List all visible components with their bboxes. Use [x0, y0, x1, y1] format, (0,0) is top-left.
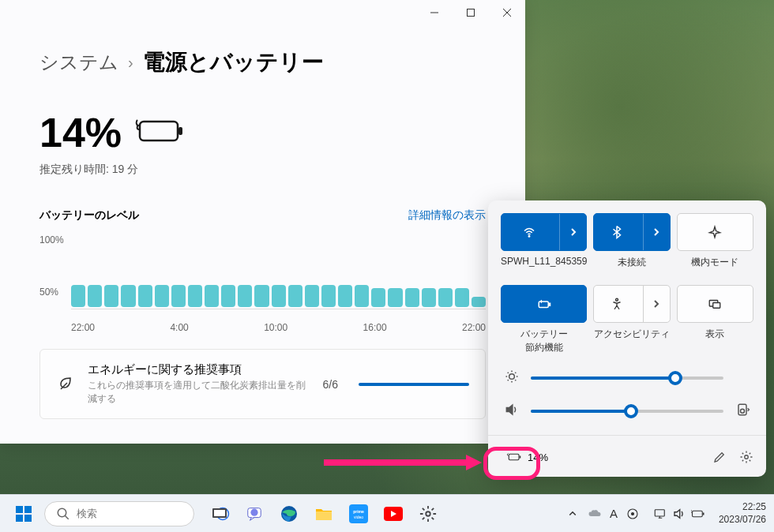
date-value: 2023/07/26 [719, 514, 766, 526]
svg-point-39 [631, 512, 633, 515]
overflow-icon[interactable] [565, 507, 580, 521]
x-axis-label: 22:00 [462, 322, 486, 333]
svg-point-17 [745, 455, 749, 459]
battery-chart-section: バッテリーのレベル 詳細情報の表示 100% 50% 22:00 4:00 10… [39, 208, 486, 333]
battery-low-icon [133, 117, 184, 148]
chart-bar [321, 285, 336, 307]
chart-bar [272, 285, 286, 307]
svg-point-6 [528, 236, 530, 238]
bluetooth-toggle[interactable] [593, 213, 670, 251]
volume-icon [672, 507, 686, 521]
svg-point-9 [616, 298, 618, 301]
svg-point-12 [509, 374, 515, 380]
chart-bar [305, 285, 319, 307]
energy-recommendations-card[interactable]: エネルギーに関する推奨事項 これらの推奨事項を適用して二酸化炭素排出量を削減する… [39, 349, 486, 419]
energy-card-count: 6/6 [323, 378, 338, 391]
wifi-toggle[interactable] [501, 213, 587, 251]
accessibility-toggle[interactable] [593, 285, 670, 323]
gear-icon[interactable] [739, 450, 753, 464]
audio-output-icon[interactable] [735, 402, 750, 421]
svg-rect-20 [16, 506, 23, 513]
chart-bar [338, 285, 352, 307]
chart-title: バッテリーのレベル [39, 208, 139, 223]
svg-rect-33 [349, 504, 368, 523]
chart-bar [254, 285, 269, 307]
bluetooth-icon [610, 225, 624, 239]
airplane-icon [708, 225, 722, 239]
youtube-button[interactable] [378, 498, 409, 530]
project-toggle[interactable] [677, 285, 753, 323]
brightness-icon [504, 369, 520, 388]
search-box[interactable] [44, 501, 194, 526]
quick-settings-panel: SPWH_L11_845359 未接続 機内モード バッテリー 節約機能 [488, 200, 766, 477]
system-tray[interactable] [648, 503, 711, 525]
project-icon [708, 297, 722, 311]
y-axis-label: 50% [39, 287, 64, 298]
x-axis-label: 4:00 [170, 322, 188, 333]
airplane-mode-toggle[interactable] [677, 213, 753, 251]
battery-level-display: 14% [39, 109, 486, 156]
airplane-label: 機内モード [677, 256, 753, 269]
explorer-button[interactable] [308, 498, 340, 530]
svg-line-25 [65, 515, 69, 519]
chart-bar [221, 285, 235, 307]
bluetooth-label: 未接続 [593, 256, 670, 269]
chart-bar [88, 285, 102, 307]
network-icon [653, 507, 667, 521]
chevron-right-icon[interactable] [559, 214, 586, 250]
breadcrumb-system[interactable]: システム [39, 50, 118, 75]
qs-battery-status[interactable]: 14% [501, 447, 554, 467]
chart-bar [188, 285, 202, 307]
location-icon[interactable] [626, 507, 640, 521]
svg-rect-8 [549, 303, 550, 305]
wifi-label: SPWH_L11_845359 [501, 256, 587, 267]
search-input[interactable] [77, 508, 209, 519]
battery-percent-value: 14% [39, 109, 122, 156]
onedrive-icon[interactable] [588, 507, 602, 521]
volume-icon [504, 402, 520, 421]
clock[interactable]: 22:25 2023/07/26 [719, 501, 766, 526]
energy-progress-bar [359, 383, 469, 386]
chevron-right-icon[interactable] [643, 214, 670, 250]
brightness-slider[interactable] [531, 377, 723, 380]
taskbar: primevideo A 22:25 2023/07/26 [0, 494, 774, 532]
x-axis-label: 10:00 [264, 322, 287, 333]
svg-point-14 [741, 409, 745, 413]
battery-icon [691, 507, 705, 521]
chart-bar [355, 285, 369, 307]
svg-rect-16 [520, 456, 521, 459]
battery-saver-label: バッテリー 節約機能 [501, 328, 587, 354]
svg-text:prime: prime [353, 509, 364, 514]
battery-saver-toggle[interactable] [501, 285, 587, 323]
chart-bar [121, 285, 135, 307]
accessibility-label: アクセシビリティ [593, 328, 670, 341]
chart-bar [171, 285, 186, 307]
x-axis-label: 22:00 [71, 322, 95, 333]
chart-bar [438, 288, 453, 307]
close-button[interactable] [489, 0, 525, 25]
svg-rect-15 [509, 454, 519, 460]
volume-slider-row [504, 402, 750, 421]
maximize-button[interactable] [453, 0, 489, 25]
prime-video-button[interactable]: primevideo [343, 498, 374, 530]
volume-slider[interactable] [531, 410, 723, 413]
settings-button[interactable] [412, 498, 444, 530]
edge-button[interactable] [273, 498, 305, 530]
svg-rect-28 [214, 510, 225, 516]
svg-rect-23 [24, 515, 32, 522]
chat-button[interactable] [239, 498, 270, 530]
settings-window: システム › 電源とバッテリー 14% 推定残り時間: 19 分 バッテリーのレ… [0, 0, 525, 444]
start-button[interactable] [8, 498, 39, 530]
chevron-right-icon[interactable] [643, 286, 670, 322]
chart-bar [405, 288, 419, 307]
task-view-button[interactable] [204, 498, 235, 530]
brightness-slider-row [504, 369, 750, 388]
minimize-button[interactable] [416, 0, 453, 25]
chart-bar [71, 285, 85, 307]
ime-indicator[interactable]: A [610, 507, 618, 520]
svg-rect-1 [468, 9, 475, 17]
svg-rect-5 [178, 127, 182, 135]
edit-icon[interactable] [712, 450, 727, 464]
svg-rect-41 [692, 511, 702, 517]
chart-detail-link[interactable]: 詳細情報の表示 [408, 208, 486, 223]
